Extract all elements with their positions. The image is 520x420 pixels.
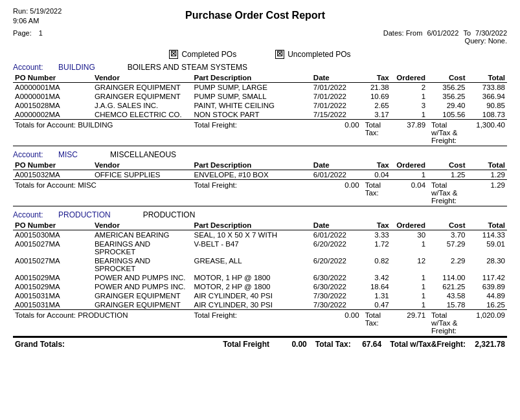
table-row: A0000001MAGRAINGER EQUIPMENTPUMP SUMP, L…	[13, 82, 507, 92]
col-header-total: Total	[467, 73, 507, 83]
account-table-building: PO NumberVendorPart DescriptionDateTaxOr…	[13, 73, 507, 146]
account-header-building: Account: BUILDING BOILERS AND STEAM SYST…	[13, 63, 507, 72]
grand-totals-row: Grand Totals: Total Freight 0.00 Total T…	[13, 337, 507, 351]
completed-po-label: Completed POs	[181, 50, 236, 59]
col-header-total: Total	[467, 221, 507, 230]
grand-freight-value: 0.00	[280, 337, 309, 351]
totals-tax-label-building: Total Tax:	[361, 119, 391, 146]
col-header-cost: Cost	[427, 73, 467, 83]
dates-from: 6/01/2022	[427, 29, 458, 37]
col-header-cost: Cost	[427, 221, 467, 230]
grand-wtf-label: Total w/Tax&Freight:	[383, 337, 468, 351]
run-date: 5/19/2022	[30, 7, 62, 15]
account-label-building: Account:	[13, 63, 43, 72]
col-header-part-description: Part Description	[192, 221, 311, 230]
query-label: Query: None.	[465, 37, 507, 45]
totals-row-misc: Totals for Account: MISC Total Freight: …	[13, 179, 507, 206]
grand-tax-label: Total Tax:	[309, 337, 354, 351]
totals-freight-label-building: Total Freight:	[192, 119, 311, 146]
uncompleted-po-filter[interactable]: ☒ Uncompleted POs	[275, 50, 350, 59]
dates-info: Dates: From 6/01/2022 To 7/30/2022 Query…	[383, 29, 507, 45]
run-label: Run:	[13, 7, 28, 15]
col-header-ordered: Ordered	[391, 73, 427, 83]
col-header-part-description: Part Description	[192, 73, 311, 83]
totals-wtf-label-production: Total w/Tax & Freight:	[427, 309, 467, 336]
page-dates-row: Page: 1 Dates: From 6/01/2022 To 7/30/20…	[13, 29, 507, 45]
page-number: 1	[39, 29, 43, 37]
col-header-cost: Cost	[427, 160, 467, 170]
col-header-tax: Tax	[361, 160, 391, 170]
run-time: 9:06 AM	[13, 17, 39, 25]
grand-wtf-value: 2,321.78	[468, 337, 507, 351]
completed-po-checkbox[interactable]: ☒	[169, 50, 178, 59]
account-header-misc: Account: MISC MISCELLANEOUS	[13, 150, 507, 159]
grand-totals-table: Grand Totals: Total Freight 0.00 Total T…	[13, 337, 507, 351]
completed-po-filter[interactable]: ☒ Completed POs	[169, 50, 236, 59]
account-desc-misc: MISCELLANEOUS	[110, 150, 176, 159]
dates-to-label: To	[463, 29, 471, 37]
totals-freight-misc: 0.00	[311, 179, 361, 206]
col-header-total: Total	[467, 160, 507, 170]
col-header-date: Date	[311, 160, 361, 170]
col-header-date: Date	[311, 73, 361, 83]
account-table-production: PO NumberVendorPart DescriptionDateTaxOr…	[13, 221, 507, 337]
totals-wtf-label-building: Total w/Tax & Freight:	[427, 119, 467, 146]
totals-label-production: Totals for Account: PRODUCTION	[13, 309, 192, 336]
col-header-vendor: Vendor	[93, 160, 192, 170]
totals-wtf-production: 1,020.09	[467, 309, 507, 336]
table-row: A0000001MAGRAINGER EQUIPMENTPUMP SUMP, S…	[13, 92, 507, 101]
account-desc-production: PRODUCTION	[143, 210, 196, 219]
totals-wtf-label-misc: Total w/Tax & Freight:	[427, 179, 467, 206]
report-title: Purchase Order Cost Report	[62, 10, 449, 21]
page-label: Page:	[13, 29, 32, 37]
table-row: A0015028MAJ.A.G. SALES INC.PAINT, WHITE …	[13, 101, 507, 110]
totals-label-misc: Totals for Account: MISC	[13, 179, 192, 206]
totals-freight-label-misc: Total Freight:	[192, 179, 311, 206]
run-info: Run: 5/19/2022 9:06 AM	[13, 6, 62, 27]
totals-wtf-building: 1,300.40	[467, 119, 507, 146]
col-header-tax: Tax	[361, 73, 391, 83]
account-header-production: Account: PRODUCTION PRODUCTION	[13, 210, 507, 219]
account-desc-building: BOILERS AND STEAM SYSTEMS	[128, 63, 247, 72]
col-header-po-number: PO Number	[13, 73, 93, 83]
table-row: A0015031MAGRAINGER EQUIPMENTAIR CYLINDER…	[13, 291, 507, 300]
account-code-building: BUILDING	[56, 63, 95, 72]
checkboxes-row: ☒ Completed POs ☒ Uncompleted POs	[13, 50, 507, 59]
col-header-tax: Tax	[361, 221, 391, 230]
col-header-part-description: Part Description	[192, 160, 311, 170]
dates-to: 7/30/2022	[475, 29, 507, 37]
grand-freight-label: Total Freight	[221, 337, 279, 351]
totals-freight-production: 0.00	[311, 309, 361, 336]
totals-freight-building: 0.00	[311, 119, 361, 146]
table-row: A0000002MACHEMCO ELECTRIC CO.NON STOCK P…	[13, 110, 507, 120]
account-code-production: PRODUCTION	[56, 210, 111, 219]
account-table-misc: PO NumberVendorPart DescriptionDateTaxOr…	[13, 160, 507, 206]
totals-row-building: Totals for Account: BUILDING Total Freig…	[13, 119, 507, 146]
table-row: A0015032MAOFFICE SUPPLIESENVELOPE, #10 B…	[13, 170, 507, 179]
table-row: A0015027MABEARINGS AND SPROCKETGREASE, A…	[13, 256, 507, 273]
totals-tax-label-production: Total Tax:	[361, 309, 391, 336]
table-row: A0015030MAAMERICAN BEARINGSEAL, 10 X 50 …	[13, 230, 507, 239]
account-label-production: Account:	[13, 210, 43, 219]
totals-tax-label-misc: Total Tax:	[361, 179, 391, 206]
table-row: A0015029MAPOWER AND PUMPS INC.MOTOR, 1 H…	[13, 273, 507, 282]
col-header-po-number: PO Number	[13, 160, 93, 170]
grand-tax-value: 67.64	[354, 337, 383, 351]
totals-freight-label-production: Total Freight:	[192, 309, 311, 336]
table-row: A0015029MAPOWER AND PUMPS INC.MOTOR, 2 H…	[13, 282, 507, 291]
table-row: A0015031MAGRAINGER EQUIPMENTAIR CYLINDER…	[13, 300, 507, 310]
page-info: Page: 1	[13, 29, 43, 37]
uncompleted-po-label: Uncompleted POs	[288, 50, 350, 59]
totals-tax-misc: 0.04	[391, 179, 427, 206]
grand-totals-label: Grand Totals:	[13, 337, 143, 351]
table-row: A0015027MABEARINGS AND SPROCKETV-BELT - …	[13, 239, 507, 256]
col-header-ordered: Ordered	[391, 221, 427, 230]
col-header-po-number: PO Number	[13, 221, 93, 230]
col-header-vendor: Vendor	[93, 221, 192, 230]
col-header-date: Date	[311, 221, 361, 230]
col-header-ordered: Ordered	[391, 160, 427, 170]
uncompleted-po-checkbox[interactable]: ☒	[275, 50, 284, 59]
accounts-container: Account: BUILDING BOILERS AND STEAM SYST…	[13, 63, 507, 337]
totals-tax-production: 29.71	[391, 309, 427, 336]
totals-wtf-misc: 1.29	[467, 179, 507, 206]
